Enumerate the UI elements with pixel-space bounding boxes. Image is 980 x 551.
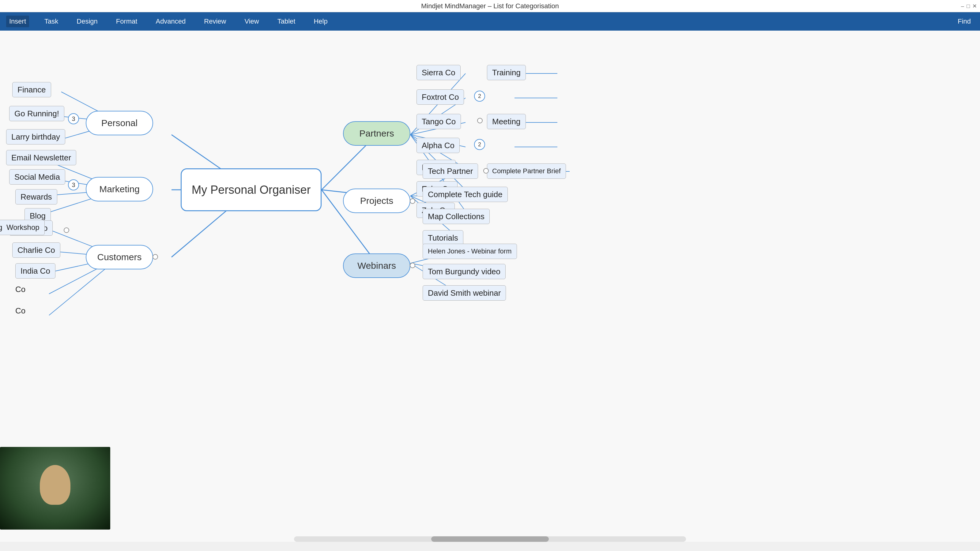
partners-leaf-sierra[interactable]: Sierra Co (417, 65, 461, 80)
webinars-label: Webinars (357, 260, 396, 271)
techpartner-connector (483, 168, 489, 173)
marketing-leaf-email[interactable]: Email Newsletter (6, 150, 76, 165)
personal-leaf-larry[interactable]: Larry birthday (6, 129, 65, 144)
central-node[interactable]: My Personal Organiser (181, 168, 321, 211)
customers-connector (153, 254, 158, 260)
projects-leaf-tutorials[interactable]: Tutorials (423, 230, 463, 246)
menu-advanced[interactable]: Advanced (153, 16, 189, 27)
personal-badge: 3 (68, 113, 79, 124)
marketing-label: Marketing (99, 184, 140, 194)
window-controls[interactable]: – □ ✕ (961, 0, 977, 12)
tango-connector (477, 118, 483, 123)
mindmap-canvas: My Personal Organiser Personal 3 Finance… (0, 30, 980, 542)
menubar: Insert Task Design Format Advanced Revie… (0, 12, 980, 30)
personal-leaf-finance[interactable]: Finance (12, 82, 51, 97)
customers-label: Customers (97, 252, 142, 262)
marketing-leaf-social[interactable]: Social Media (9, 169, 65, 184)
marketing-branch[interactable]: Marketing (86, 177, 153, 202)
customers-leaf-india[interactable]: India Co (15, 263, 56, 279)
menu-task[interactable]: Task (41, 16, 61, 27)
webinars-branch[interactable]: Webinars (343, 254, 410, 278)
partners-leaf-training[interactable]: Training (487, 65, 526, 80)
webinars-connector (410, 263, 415, 268)
projects-branch[interactable]: Projects (343, 189, 410, 213)
marketing-leaf-rewards[interactable]: Rewards (15, 189, 57, 205)
customers-leaf-charlie[interactable]: Charlie Co (12, 243, 60, 258)
find-button[interactable]: Find (958, 17, 971, 25)
menu-insert[interactable]: Insert (6, 16, 29, 27)
horizontal-scrollbar[interactable] (294, 536, 686, 542)
partners-leaf-tango[interactable]: Tango Co (417, 114, 461, 129)
webinars-leaf-david[interactable]: David Smith webinar (423, 285, 506, 301)
central-node-label: My Personal Organiser (192, 183, 311, 197)
menu-tablet[interactable]: Tablet (274, 16, 299, 27)
partners-leaf-alpha[interactable]: Alpha Co (417, 138, 460, 153)
customers-leaf-partial1[interactable]: Co (15, 285, 25, 294)
webcam-overlay (0, 447, 110, 530)
projects-label: Projects (360, 195, 393, 206)
partners-branch[interactable]: Partners (343, 121, 410, 146)
projects-leaf-complete-tech[interactable]: Complete Tech guide (423, 187, 508, 202)
projects-leaf-techpartner[interactable]: Tech Partner (423, 164, 478, 179)
customers-leaf-partial2[interactable]: Co (15, 306, 25, 316)
left-partial-training[interactable]: ining Workshop (0, 220, 45, 235)
bravo-connector (64, 227, 69, 233)
menu-view[interactable]: View (241, 16, 262, 27)
scrollbar-thumb[interactable] (431, 536, 549, 542)
marketing-badge: 3 (68, 179, 79, 191)
projects-leaf-complete-partner[interactable]: Complete Partner Brief (487, 164, 566, 179)
titlebar: Mindjet MindManager – List for Categoris… (0, 0, 980, 12)
partners-leaf-meeting[interactable]: Meeting (487, 114, 526, 129)
personal-branch[interactable]: Personal (86, 111, 153, 135)
customers-branch[interactable]: Customers (86, 245, 153, 269)
menu-design[interactable]: Design (73, 16, 100, 27)
close-button[interactable]: ✕ (972, 3, 977, 10)
window-title: Mindjet MindManager – List for Categoris… (421, 2, 559, 10)
minimize-button[interactable]: – (961, 3, 964, 10)
personal-label: Personal (101, 118, 137, 128)
menu-review[interactable]: Review (201, 16, 229, 27)
menu-format[interactable]: Format (113, 16, 140, 27)
projects-connector (410, 198, 415, 204)
foxtrot-badge: 2 (474, 91, 485, 102)
partners-leaf-foxtrot[interactable]: Foxtrot Co (417, 89, 464, 105)
alpha-badge: 2 (474, 139, 485, 150)
webcam-person (0, 447, 110, 530)
menu-help[interactable]: Help (310, 16, 331, 27)
projects-leaf-map[interactable]: Map Collections (423, 209, 490, 224)
maximize-button[interactable]: □ (967, 3, 970, 10)
partners-label: Partners (359, 128, 394, 139)
personal-leaf-running[interactable]: Go Running! (9, 106, 64, 121)
webinars-leaf-tom[interactable]: Tom Burgundy video (423, 264, 506, 279)
webinars-leaf-helen[interactable]: Helen Jones - Webinar form (423, 244, 517, 259)
